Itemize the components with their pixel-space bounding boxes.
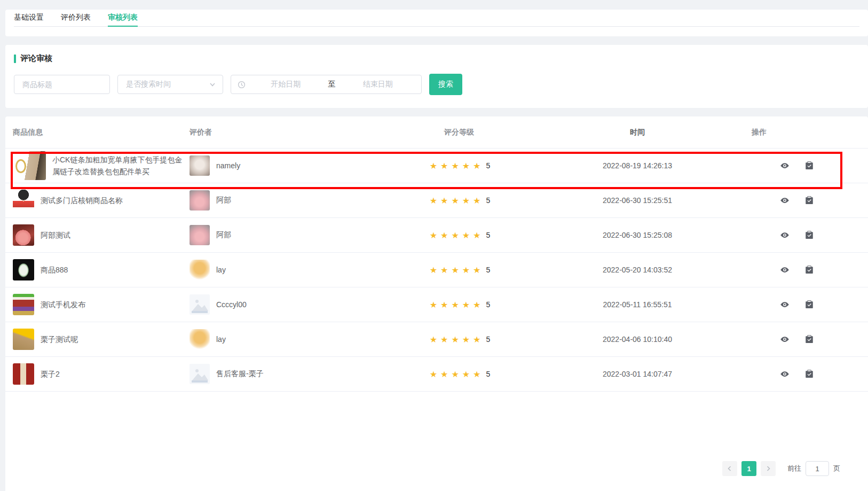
clipboard-check-icon[interactable] xyxy=(804,300,814,309)
reviewer-avatar xyxy=(190,364,210,384)
product-cell: 栗子测试呢 xyxy=(5,329,190,350)
star-icon[interactable]: ★ xyxy=(462,300,470,309)
review-time: 2022-08-19 14:26:13 xyxy=(523,161,752,170)
eye-icon[interactable] xyxy=(780,369,790,379)
reviewer-avatar xyxy=(190,225,210,245)
action-cell xyxy=(752,161,842,170)
reviewer-avatar xyxy=(190,294,210,315)
table-body: 小CK链条加粗加宽单肩腋下包手提包金属链子改造替换包包配件单买 namely ★… xyxy=(5,149,868,392)
eye-icon[interactable] xyxy=(780,161,790,170)
star-icon[interactable]: ★ xyxy=(462,161,470,170)
product-thumbnail xyxy=(13,294,34,315)
end-date-placeholder[interactable]: 结束日期 xyxy=(341,80,415,89)
star-icon[interactable]: ★ xyxy=(473,161,480,170)
star-icon[interactable]: ★ xyxy=(451,370,459,379)
star-icon[interactable]: ★ xyxy=(440,161,448,170)
table-row: 商品888 lay ★★★★★ 5 2022-05-20 14:03:52 xyxy=(5,253,868,287)
chevron-left-icon xyxy=(727,465,733,472)
star-icon[interactable]: ★ xyxy=(430,231,437,240)
star-icon[interactable]: ★ xyxy=(473,335,480,344)
star-icon[interactable]: ★ xyxy=(473,196,480,205)
star-icon[interactable]: ★ xyxy=(462,266,470,275)
eye-icon[interactable] xyxy=(780,334,790,344)
star-rating: ★★★★★ xyxy=(428,369,483,379)
star-icon[interactable]: ★ xyxy=(440,196,448,205)
star-icon[interactable]: ★ xyxy=(473,266,480,275)
chevron-down-icon xyxy=(209,81,216,88)
star-icon[interactable]: ★ xyxy=(451,335,459,344)
star-icon[interactable]: ★ xyxy=(451,231,459,240)
action-cell xyxy=(752,265,842,275)
reviewer-cell: 阿部 xyxy=(190,190,395,211)
rating-cell: ★★★★★ 5 xyxy=(395,196,523,206)
star-icon[interactable]: ★ xyxy=(430,196,437,205)
section-title-label: 评论审核 xyxy=(20,53,52,64)
star-icon[interactable]: ★ xyxy=(430,300,437,309)
column-header-reviewer: 评价者 xyxy=(190,128,395,137)
star-icon[interactable]: ★ xyxy=(440,300,448,309)
review-time: 2022-05-11 16:55:51 xyxy=(523,300,752,309)
clipboard-check-icon[interactable] xyxy=(804,265,814,275)
page-number-button[interactable]: 1 xyxy=(741,461,756,476)
reviewer-name: 阿部 xyxy=(216,196,231,205)
star-icon[interactable]: ★ xyxy=(451,266,459,275)
action-cell xyxy=(752,230,842,240)
star-rating: ★★★★★ xyxy=(428,265,483,275)
rating-score: 5 xyxy=(486,335,490,344)
tab-basic-settings[interactable]: 基础设置 xyxy=(14,10,44,27)
clipboard-check-icon[interactable] xyxy=(804,334,814,344)
star-icon[interactable]: ★ xyxy=(473,231,480,240)
table-row: 测试多门店核销商品名称 阿部 ★★★★★ 5 2022-06-30 15:25:… xyxy=(5,183,868,218)
pagination: 1 前往 页 xyxy=(722,461,840,476)
star-icon[interactable]: ★ xyxy=(462,231,470,240)
star-icon[interactable]: ★ xyxy=(451,300,459,309)
table-row: 小CK链条加粗加宽单肩腋下包手提包金属链子改造替换包包配件单买 namely ★… xyxy=(5,149,868,183)
eye-icon[interactable] xyxy=(780,230,790,240)
star-icon[interactable]: ★ xyxy=(430,370,437,379)
star-icon[interactable]: ★ xyxy=(462,370,470,379)
clipboard-check-icon[interactable] xyxy=(804,230,814,240)
rating-score: 5 xyxy=(486,300,490,309)
start-date-placeholder[interactable]: 开始日期 xyxy=(249,80,323,89)
reviewer-cell: lay xyxy=(190,329,395,349)
tab-review-list[interactable]: 评价列表 xyxy=(61,10,91,27)
star-icon[interactable]: ★ xyxy=(430,161,437,170)
prev-page-button[interactable] xyxy=(722,461,737,476)
goto-page-input[interactable] xyxy=(806,461,829,476)
star-icon[interactable]: ★ xyxy=(451,196,459,205)
goto-page-label: 前往 xyxy=(787,464,801,473)
star-icon[interactable]: ★ xyxy=(462,335,470,344)
review-time: 2022-05-20 14:03:52 xyxy=(523,266,752,274)
eye-icon[interactable] xyxy=(780,196,790,205)
product-title-input[interactable] xyxy=(14,75,110,94)
clipboard-check-icon[interactable] xyxy=(804,369,814,379)
search-button[interactable]: 搜索 xyxy=(429,74,462,95)
product-thumbnail xyxy=(13,190,34,211)
star-icon[interactable]: ★ xyxy=(451,161,459,170)
next-page-button[interactable] xyxy=(761,461,776,476)
star-icon[interactable]: ★ xyxy=(440,266,448,275)
star-icon[interactable]: ★ xyxy=(430,335,437,344)
clipboard-check-icon[interactable] xyxy=(804,161,814,170)
search-time-select[interactable]: 是否搜索时间 xyxy=(117,75,223,94)
eye-icon[interactable] xyxy=(780,300,790,309)
date-range-picker[interactable]: 开始日期 至 结束日期 xyxy=(231,75,422,94)
star-icon[interactable]: ★ xyxy=(440,370,448,379)
star-icon[interactable]: ★ xyxy=(440,335,448,344)
action-cell xyxy=(752,334,842,344)
tab-audit-list[interactable]: 审核列表 xyxy=(108,10,138,27)
rating-cell: ★★★★★ 5 xyxy=(395,230,523,240)
star-icon[interactable]: ★ xyxy=(473,370,480,379)
reviewer-cell: namely xyxy=(190,155,395,176)
action-cell xyxy=(752,369,842,379)
reviewer-cell: 阿部 xyxy=(190,225,395,245)
product-title: 商品888 xyxy=(41,264,68,276)
star-icon[interactable]: ★ xyxy=(440,231,448,240)
product-thumbnail xyxy=(13,224,34,246)
star-icon[interactable]: ★ xyxy=(473,300,480,309)
star-icon[interactable]: ★ xyxy=(430,266,437,275)
star-icon[interactable]: ★ xyxy=(462,196,470,205)
reviewer-cell: 售后客服-栗子 xyxy=(190,364,395,384)
clipboard-check-icon[interactable] xyxy=(804,196,814,205)
eye-icon[interactable] xyxy=(780,265,790,275)
